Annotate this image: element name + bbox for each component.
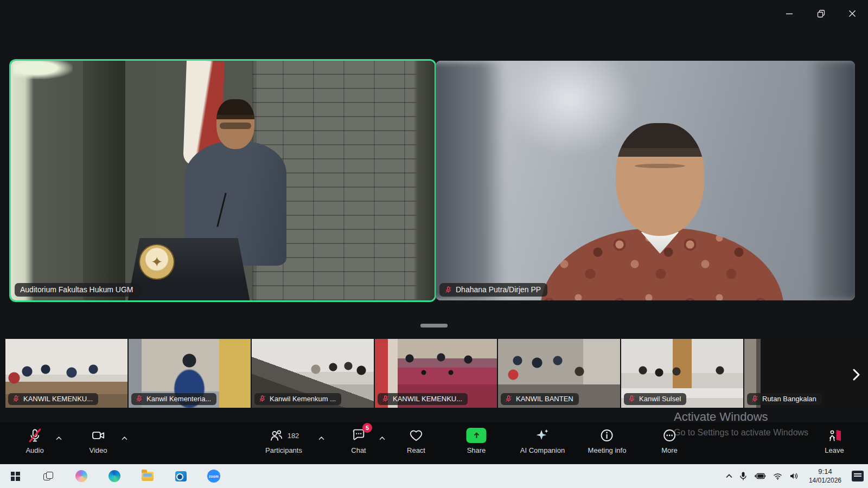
audio-label: Audio — [25, 446, 43, 454]
meeting-toolbar: Audio Video 182 Part — [0, 422, 868, 464]
camera-icon — [91, 427, 106, 444]
zoom-meeting-window: { "window": { "controls": { "minimize": … — [0, 0, 868, 488]
chevron-up-icon — [379, 436, 386, 441]
participant-name-label: Kanwil Kementeria... — [131, 393, 216, 405]
maximize-button[interactable] — [805, 2, 837, 25]
gallery-resize-handle[interactable] — [420, 324, 448, 328]
ai-companion-button[interactable]: AI Companion — [520, 427, 565, 454]
people-icon — [269, 428, 284, 443]
system-tray: 9:14 14/01/2026 — [725, 464, 864, 488]
video-tile-small[interactable]: Kanwil Kementeria... — [129, 339, 251, 408]
file-explorer-icon — [142, 472, 154, 481]
wall-panel — [83, 61, 125, 300]
audio-button[interactable]: Audio — [25, 427, 43, 454]
video-tile-small[interactable]: Kanwil Kemenkum ... — [252, 339, 374, 408]
more-label: More — [661, 446, 678, 454]
mic-muted-icon — [382, 395, 389, 402]
windows-start-icon — [11, 472, 20, 481]
close-icon — [848, 10, 856, 17]
chevron-up-icon — [121, 436, 128, 441]
share-up-arrow-icon — [467, 428, 487, 443]
participants-options-caret[interactable] — [317, 435, 326, 441]
copilot-button[interactable] — [75, 470, 88, 483]
participant-name: Kanwil Kementeria... — [146, 395, 211, 403]
edge-icon — [108, 470, 120, 482]
heart-icon — [409, 427, 424, 444]
video-tile-small[interactable]: KANWIL KEMENKU... — [375, 339, 497, 408]
file-explorer-button[interactable] — [141, 470, 154, 483]
mic-muted-icon — [12, 395, 20, 402]
tray-network-button[interactable] — [773, 472, 782, 480]
ellipsis-circle-icon — [662, 427, 677, 444]
chat-options-caret[interactable] — [378, 435, 386, 441]
blur-highlight — [503, 61, 637, 157]
chat-label: Chat — [351, 446, 366, 454]
tray-battery-button[interactable] — [754, 472, 766, 480]
minimize-button[interactable] — [774, 2, 805, 25]
tray-mic-button[interactable] — [740, 472, 746, 481]
task-view-icon — [43, 472, 53, 480]
edge-button[interactable] — [108, 470, 121, 483]
mic-muted-icon — [445, 286, 452, 293]
video-tile-small[interactable]: Kanwil Sulsel — [621, 339, 743, 408]
participant-name-label: Kanwil Sulsel — [624, 393, 686, 405]
leave-door-icon — [826, 427, 843, 444]
task-view-button[interactable] — [42, 470, 55, 483]
participants-button[interactable]: 182 Participants — [265, 427, 302, 454]
blur-shape-right — [809, 61, 855, 300]
windows-taskbar: zoom — [0, 464, 868, 488]
tray-mic-icon — [740, 472, 746, 481]
participant-name-label: KANWIL BANTEN — [501, 393, 579, 405]
tray-volume-button[interactable] — [789, 472, 799, 480]
mic-muted-icon — [751, 395, 758, 402]
video-tile-auditorium[interactable]: ✦ Auditorium Fakultas Hukum UGM — [11, 61, 435, 300]
video-tile-small[interactable]: KANWIL KEMENKU... — [5, 339, 127, 408]
close-button[interactable] — [837, 2, 868, 25]
blur-shape-left — [436, 61, 506, 300]
participant-name: Kanwil Kemenkum ... — [270, 395, 336, 403]
leave-label: Leave — [825, 446, 844, 454]
chat-button[interactable]: 5 Chat — [351, 427, 366, 454]
video-tile-small[interactable]: KANWIL BANTEN — [498, 339, 620, 408]
windows-start-button[interactable] — [9, 470, 22, 483]
participants-label: Participants — [265, 446, 302, 454]
wall-shadow — [413, 61, 435, 300]
filmstrip-next-button[interactable] — [848, 365, 864, 384]
participants-count: 182 — [288, 432, 299, 440]
participant-name-label: KANWIL KEMENKU... — [8, 393, 98, 405]
speaker-glasses — [220, 123, 251, 129]
video-button[interactable]: Video — [89, 427, 107, 454]
speaker-head — [616, 123, 704, 236]
video-label: Video — [89, 446, 107, 454]
tray-expand-button[interactable] — [725, 473, 733, 479]
chevron-up-icon — [55, 436, 62, 441]
leave-button[interactable]: Leave — [825, 427, 844, 454]
notification-center-icon — [852, 471, 864, 481]
zoom-app-button[interactable]: zoom — [207, 470, 220, 483]
participant-name: Auditorium Fakultas Hukum UGM — [20, 285, 133, 294]
more-button[interactable]: More — [661, 427, 678, 454]
react-button[interactable]: React — [407, 427, 425, 454]
speaker-brow — [635, 164, 685, 168]
taskbar-apps: zoom — [9, 464, 220, 488]
outlook-icon — [175, 471, 187, 481]
chevron-up-icon — [725, 473, 733, 479]
participant-name: Dhahana Putra/Dirjen PP — [456, 285, 541, 294]
ai-companion-label: AI Companion — [520, 446, 565, 454]
audio-options-caret[interactable] — [54, 435, 63, 441]
chevron-up-icon — [318, 436, 325, 441]
outlook-button[interactable] — [174, 470, 187, 483]
window-titlebar — [774, 0, 868, 27]
video-tile-dhahana[interactable]: Dhahana Putra/Dirjen PP — [436, 61, 855, 300]
share-button[interactable]: Share — [467, 427, 487, 454]
sparkle-icon — [535, 427, 550, 444]
participant-name: KANWIL BANTEN — [516, 395, 573, 403]
meeting-info-button[interactable]: Meeting info — [588, 427, 627, 454]
notification-center-button[interactable] — [852, 471, 864, 481]
taskbar-clock[interactable]: 9:14 14/01/2026 — [806, 467, 845, 485]
participant-name: Kanwil Sulsel — [639, 395, 681, 403]
react-label: React — [407, 446, 425, 454]
participant-name-label: Auditorium Fakultas Hukum UGM — [15, 283, 140, 297]
mic-muted-icon — [136, 395, 143, 402]
video-options-caret[interactable] — [120, 435, 129, 441]
